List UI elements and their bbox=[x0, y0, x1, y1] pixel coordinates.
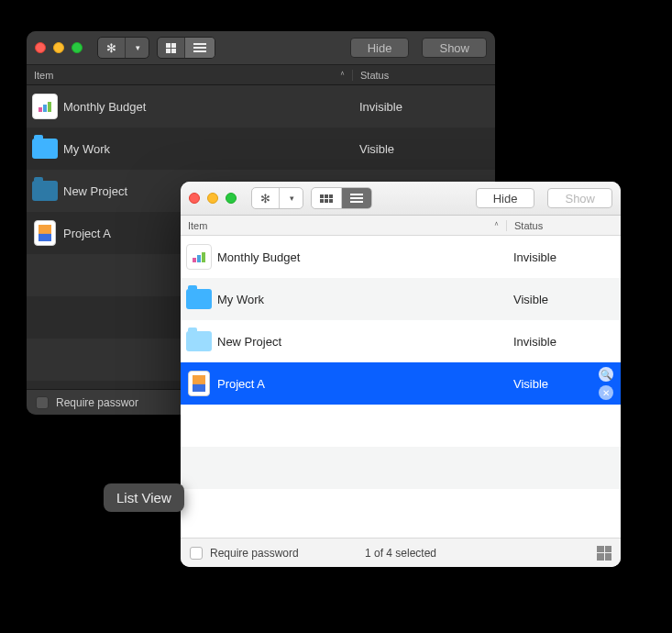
footer-bar: Require password 1 of 4 selected bbox=[181, 538, 621, 567]
row-name: Project A bbox=[217, 377, 506, 391]
gear-menu-dropdown[interactable]: ▾ bbox=[280, 188, 303, 208]
view-mode-segment bbox=[311, 187, 372, 209]
close-button[interactable] bbox=[35, 42, 46, 53]
folder-icon bbox=[186, 289, 212, 309]
table-row-selected[interactable]: Project A Visible 🔍 ✕ bbox=[181, 362, 621, 405]
row-name: New Project bbox=[217, 335, 506, 349]
column-header-row: Item ＾ Status bbox=[181, 216, 621, 236]
view-mode-segment bbox=[157, 37, 215, 59]
magnifier-icon: 🔍 bbox=[600, 370, 611, 380]
gear-menu[interactable]: ✻ bbox=[98, 38, 126, 58]
window-light: ✻ ▾ Hide Show Item ＾ Status Monthly Budg… bbox=[181, 182, 621, 567]
row-status: Visible bbox=[506, 377, 599, 391]
table-row[interactable]: Monthly Budget Invisible bbox=[181, 236, 621, 278]
table-row[interactable]: My Work Visible bbox=[27, 128, 495, 170]
grid-mode-footer-button[interactable] bbox=[597, 546, 611, 561]
chevron-down-icon: ▾ bbox=[290, 194, 294, 203]
titlebar: ✻ ▾ Hide Show bbox=[181, 182, 621, 216]
grid-view-icon bbox=[166, 43, 176, 53]
column-header-item-label: Item bbox=[188, 220, 207, 231]
table-row[interactable]: New Project Invisible bbox=[181, 320, 621, 362]
tooltip: List View bbox=[104, 483, 184, 512]
minimize-button[interactable] bbox=[53, 42, 64, 53]
grid-view-icon bbox=[320, 194, 333, 203]
sort-ascending-icon: ＾ bbox=[492, 219, 501, 231]
row-status: Invisible bbox=[506, 250, 621, 264]
grid-icon bbox=[597, 546, 611, 561]
row-name: Monthly Budget bbox=[217, 250, 506, 264]
remove-row-button[interactable]: ✕ bbox=[599, 385, 613, 400]
chevron-down-icon: ▾ bbox=[136, 43, 140, 52]
quicklook-button[interactable]: 🔍 bbox=[599, 367, 613, 382]
document-icon bbox=[34, 220, 56, 246]
require-password-label: Require password bbox=[210, 547, 299, 560]
row-status: Visible bbox=[506, 293, 621, 306]
gear-menu[interactable]: ✻ bbox=[252, 188, 280, 208]
list-view-button[interactable] bbox=[342, 188, 371, 208]
folder-faded-icon bbox=[186, 331, 212, 351]
row-status: Visible bbox=[352, 142, 495, 156]
hide-button[interactable]: Hide bbox=[350, 38, 410, 58]
hide-button[interactable]: Hide bbox=[476, 188, 535, 208]
column-header-item[interactable]: Item ＾ bbox=[181, 219, 506, 231]
row-name: My Work bbox=[63, 142, 352, 156]
row-name: My Work bbox=[217, 293, 506, 306]
minimize-button[interactable] bbox=[207, 193, 218, 204]
gear-menu-dropdown[interactable]: ▾ bbox=[126, 38, 149, 58]
sort-ascending-icon: ＾ bbox=[338, 69, 347, 81]
traffic-lights bbox=[189, 193, 237, 204]
chart-icon bbox=[32, 94, 58, 119]
column-header-row: Item ＾ Status bbox=[27, 65, 495, 85]
table-row-empty bbox=[181, 447, 621, 489]
table-row-empty bbox=[181, 489, 621, 531]
folder-icon bbox=[32, 139, 58, 159]
list-view-icon bbox=[350, 194, 363, 203]
column-header-status[interactable]: Status bbox=[352, 70, 495, 81]
list-view-button[interactable] bbox=[185, 38, 215, 58]
close-button[interactable] bbox=[189, 193, 200, 204]
maximize-button[interactable] bbox=[72, 42, 83, 53]
maximize-button[interactable] bbox=[226, 193, 237, 204]
action-menu-segment: ✻ ▾ bbox=[97, 37, 149, 59]
folder-dark-icon bbox=[32, 181, 58, 201]
grid-view-button[interactable] bbox=[158, 38, 185, 58]
column-header-item[interactable]: Item ＾ bbox=[27, 69, 352, 81]
table-row-empty bbox=[181, 405, 621, 447]
row-name: Monthly Budget bbox=[63, 100, 352, 114]
titlebar: ✻ ▾ Hide Show bbox=[27, 31, 495, 65]
table-row[interactable]: Monthly Budget Invisible bbox=[27, 85, 495, 128]
selection-status: 1 of 4 selected bbox=[365, 547, 436, 560]
row-status: Invisible bbox=[352, 100, 495, 114]
traffic-lights bbox=[35, 42, 83, 53]
list-view-icon bbox=[193, 43, 206, 52]
show-button[interactable]: Show bbox=[547, 188, 612, 208]
table-row[interactable]: My Work Visible bbox=[181, 278, 621, 320]
require-password-checkbox[interactable] bbox=[36, 396, 49, 409]
require-password-checkbox[interactable] bbox=[190, 547, 203, 560]
close-icon: ✕ bbox=[602, 388, 610, 398]
row-actions: 🔍 ✕ bbox=[599, 367, 613, 400]
table-body: Monthly Budget Invisible My Work Visible… bbox=[181, 236, 621, 538]
row-status: Invisible bbox=[506, 335, 621, 349]
show-button[interactable]: Show bbox=[422, 38, 487, 58]
action-menu-segment: ✻ ▾ bbox=[251, 187, 303, 209]
column-header-status[interactable]: Status bbox=[506, 220, 621, 231]
require-password-label: Require passwor bbox=[56, 396, 138, 409]
document-icon bbox=[188, 371, 210, 396]
gear-icon: ✻ bbox=[260, 192, 270, 205]
chart-icon bbox=[186, 244, 212, 270]
grid-view-button[interactable] bbox=[312, 188, 342, 208]
gear-icon: ✻ bbox=[106, 41, 116, 55]
column-header-item-label: Item bbox=[34, 70, 53, 81]
